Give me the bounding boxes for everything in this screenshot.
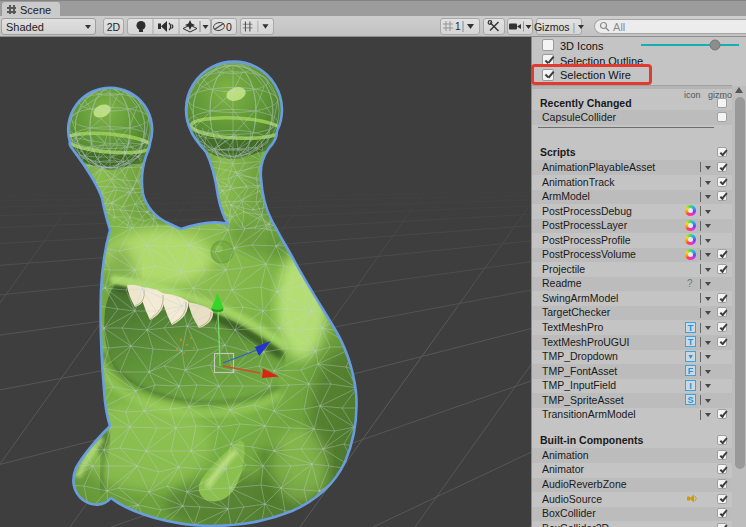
svg-text:0: 0 [226,21,232,33]
svg-text:1: 1 [455,21,461,32]
